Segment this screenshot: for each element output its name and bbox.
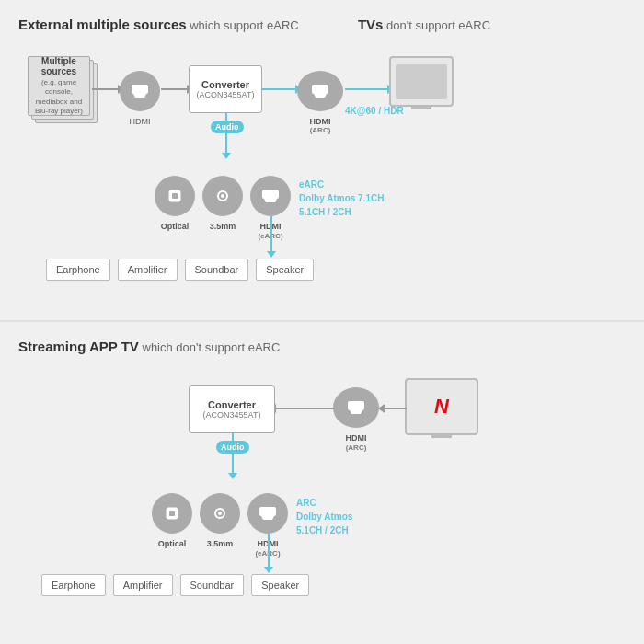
arrow-netflix-hdmiarc [383, 408, 407, 409]
mm35-circle: 3.5mm [202, 176, 243, 216]
svg-point-15 [218, 512, 222, 515]
tv-box [389, 56, 454, 107]
output-earphone-bottom: Earphone [41, 574, 106, 596]
annotation-earc: eARC Dolby Atmos 7.1CH 5.1CH / 2CH [299, 178, 384, 219]
converter-box: Converter (ACON3455AT) [189, 65, 262, 113]
svg-marker-3 [314, 94, 327, 98]
svg-marker-17 [261, 516, 274, 520]
mm35-circle-bottom: 3.5mm [200, 493, 240, 534]
hdmi-circle-1: HDMI [120, 71, 160, 111]
output-speaker-top: Speaker [256, 259, 314, 281]
output-speaker-bottom: Speaker [251, 574, 309, 596]
bottom-title: Streaming APP TV which don't support eAR… [18, 339, 626, 354]
arrow-hdmiarc-converter-bottom [274, 408, 335, 409]
multiple-sources-box: Multiple sources (e.g. game console, med… [28, 56, 101, 125]
arrow-converter-down [225, 113, 227, 155]
hdmi-earc-circle-top: HDMI (eARC) [250, 176, 291, 216]
arrow-converter-hdmiarc [262, 88, 297, 90]
svg-marker-9 [264, 199, 277, 202]
sources-label: Multiple sources [32, 56, 86, 76]
annotation-4k: 4K@60 / HDR [345, 104, 404, 118]
output-row-top: Earphone Amplifier Soundbar Speaker [46, 259, 314, 281]
top-title: External multiple sources which support … [18, 17, 626, 32]
arrow-hdmi1-converter [161, 88, 189, 90]
converter-box-bottom: Converter (ACON3455AT) [189, 385, 275, 433]
output-row-bottom: Earphone Amplifier Soundbar Speaker [41, 574, 309, 596]
svg-rect-0 [132, 85, 148, 94]
arrow-earc-down-bottom [268, 534, 270, 569]
arrow-earc-down [270, 216, 272, 253]
optical-circle-bottom: Optical [152, 493, 192, 534]
arrow-sources-hdmi [92, 88, 120, 90]
svg-marker-11 [350, 410, 362, 414]
output-amplifier-top: Amplifier [118, 259, 178, 281]
netflix-tv-box: N [405, 378, 478, 435]
hdmi-arc-circle: HDMI (ARC) [297, 71, 343, 111]
arrow-hdmiarc-tv [345, 88, 389, 90]
output-soundbar-top: Soundbar [185, 259, 249, 281]
top-section: External multiple sources which support … [0, 0, 644, 322]
hdmi-earc-circle-bottom: HDMI (eARC) [247, 493, 288, 534]
svg-rect-5 [172, 193, 178, 199]
optical-circle: Optical [155, 176, 195, 216]
svg-rect-8 [262, 190, 279, 199]
svg-marker-1 [133, 94, 146, 98]
bottom-section: Streaming APP TV which don't support eAR… [0, 322, 644, 644]
hdmi-arc-circle-bottom: HDMI (ARC) [333, 387, 379, 428]
output-soundbar-bottom: Soundbar [180, 574, 245, 596]
svg-rect-16 [259, 507, 276, 516]
svg-rect-10 [348, 401, 364, 410]
svg-point-7 [221, 194, 224, 198]
output-amplifier-bottom: Amplifier [113, 574, 173, 596]
sources-sublabel: (e.g. game console, mediabox and Blu-ray… [32, 78, 86, 117]
audio-badge-top: Audio [211, 121, 244, 133]
output-earphone-top: Earphone [46, 259, 110, 281]
audio-badge-bottom: Audio [216, 441, 249, 454]
svg-rect-2 [312, 85, 328, 94]
annotation-arc-bottom: ARC Dolby Atmos 5.1CH / 2CH [296, 496, 352, 537]
arrow-converter-down-bottom [232, 433, 234, 475]
svg-rect-13 [169, 511, 175, 516]
